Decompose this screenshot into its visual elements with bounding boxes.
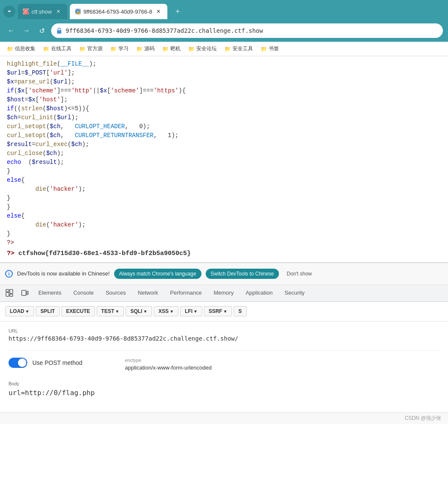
xss-dropdown-icon: ▼ xyxy=(169,309,174,314)
bookmark-item-1[interactable]: 📁 信息收集 xyxy=(3,44,39,54)
address-input-container[interactable]: 9ff68364-6793-40d9-9766-8d85377ad22c.cha… xyxy=(51,23,443,38)
body-label: Body xyxy=(9,381,439,386)
post-method-toggle[interactable] xyxy=(9,358,27,368)
tab-sources[interactable]: Sources xyxy=(100,285,132,301)
svg-rect-4 xyxy=(6,293,9,296)
forward-button[interactable]: → xyxy=(20,25,32,37)
ssrf-button[interactable]: SSRF ▼ xyxy=(204,306,232,316)
body-value: url=http://0/flag.php xyxy=(9,389,439,397)
code-line-18: else{ xyxy=(7,212,441,221)
devtools-tab-bar: Elements Console Sources Network Perform… xyxy=(0,285,448,302)
code-line-16: } xyxy=(7,194,441,203)
tab-favicon-2: 🔒 xyxy=(75,9,81,14)
enctype-value: application/x-www-form-urlencoded xyxy=(125,364,212,371)
bookmarks-bar: 📁 信息收集 📁 在线工具 📁 官方源 📁 学习 📁 源码 📁 靶机 📁 安全论… xyxy=(0,42,448,56)
tools-toolbar: LOAD ▼ SPLIT EXECUTE TEST ▼ SQLI ▼ XSS ▼… xyxy=(0,302,448,321)
tab-console[interactable]: Console xyxy=(67,285,100,301)
post-method-label: Use POST method xyxy=(32,359,82,366)
dont-show-button[interactable]: Don't show xyxy=(283,269,315,279)
tab-challenge[interactable]: 🔒 9ff68364-6793-40d9-9766-8 ✕ xyxy=(70,4,168,19)
notification-text: DevTools is now available in Chinese! xyxy=(17,270,110,277)
xss-button[interactable]: XSS ▼ xyxy=(154,306,178,316)
page-footer: CSDN @强少张 xyxy=(0,412,448,424)
bookmark-folder-icon-2: 📁 xyxy=(43,46,49,52)
bookmark-label-3: 官方源 xyxy=(87,45,103,52)
code-line-7: $ch=curl_init($url); xyxy=(7,113,441,122)
enctype-label: enctype xyxy=(125,358,212,363)
bookmark-label-1: 信息收集 xyxy=(15,45,35,52)
tab-memory[interactable]: Memory xyxy=(208,285,240,301)
code-line-12: echo ($result); xyxy=(7,158,441,167)
security-icon xyxy=(55,27,63,34)
tab-favicon-1: 🎯 xyxy=(23,9,29,14)
test-button[interactable]: TEST ▼ xyxy=(97,306,124,316)
browser-menu-button[interactable] xyxy=(3,6,15,17)
bookmark-item-5[interactable]: 📁 源码 xyxy=(133,44,158,54)
bookmark-label-9: 书签 xyxy=(269,45,279,52)
code-line-19: die('hacker'); xyxy=(7,221,441,229)
code-line-8: curl_setopt($ch, CURLOPT_HEADER, 0); xyxy=(7,122,441,131)
bookmark-label-7: 安全论坛 xyxy=(196,45,217,52)
tab-security[interactable]: Security xyxy=(279,285,310,301)
tab-application[interactable]: Application xyxy=(240,285,279,301)
tab-elements[interactable]: Elements xyxy=(32,285,67,301)
bookmark-folder-icon-1: 📁 xyxy=(7,46,13,52)
sqli-button[interactable]: SQLI ▼ xyxy=(126,306,152,316)
tab-performance[interactable]: Performance xyxy=(164,285,207,301)
tab-close-2[interactable]: ✕ xyxy=(155,8,162,15)
tab-close-1[interactable]: ✕ xyxy=(55,8,62,15)
bookmark-label-4: 学习 xyxy=(118,45,129,52)
refresh-button[interactable]: ↺ xyxy=(36,25,48,37)
sqli-dropdown-icon: ▼ xyxy=(143,309,147,314)
code-line-4: if($x['scheme']==='http'||$x['scheme']==… xyxy=(7,86,441,95)
bookmark-folder-icon-9: 📁 xyxy=(261,46,267,52)
load-button[interactable]: LOAD ▼ xyxy=(5,306,34,316)
code-line-10: $result=curl_exec($ch); xyxy=(7,140,441,149)
bookmark-item-7[interactable]: 📁 安全论坛 xyxy=(185,44,220,54)
switch-to-chinese-button[interactable]: Switch DevTools to Chinese xyxy=(206,269,279,279)
toggle-knob xyxy=(18,358,26,367)
code-line-3: $x=parse_url($url); xyxy=(7,77,441,86)
bookmark-item-8[interactable]: 📁 安全工具 xyxy=(221,44,256,54)
code-line-php-close: ?> xyxy=(7,238,441,247)
post-method-toggle-row: Use POST method xyxy=(9,358,82,368)
bookmark-item-4[interactable]: 📁 学习 xyxy=(107,44,132,54)
bookmark-item-6[interactable]: 📁 靶机 xyxy=(159,44,184,54)
test-dropdown-icon: ▼ xyxy=(115,309,119,314)
s-button[interactable]: S xyxy=(234,306,247,316)
always-match-language-button[interactable]: Always match Chrome's language xyxy=(114,269,201,279)
code-line-1: highlight_file(__FILE__); xyxy=(7,60,441,69)
tab-bar: 🎯 ctf.show ✕ 🔒 9ff68364-6793-40d9-9766-8… xyxy=(0,0,448,20)
bookmark-folder-icon-6: 📁 xyxy=(162,46,169,52)
devtools-device-icon[interactable] xyxy=(17,285,32,301)
tab-ctfshow[interactable]: 🎯 ctf.show ✕ xyxy=(18,4,67,19)
bookmark-label-5: 源码 xyxy=(144,45,155,52)
code-line-11: curl_close($ch); xyxy=(7,149,441,158)
execute-button[interactable]: EXECUTE xyxy=(61,306,95,316)
bookmark-item-2[interactable]: 📁 在线工具 xyxy=(40,44,75,54)
lfi-button[interactable]: LFI ▼ xyxy=(180,306,202,316)
code-line-2: $url=$_POST['url']; xyxy=(7,69,441,77)
new-tab-button[interactable]: + xyxy=(172,6,184,17)
svg-rect-8 xyxy=(27,291,28,295)
bookmark-folder-icon-3: 📁 xyxy=(79,46,86,52)
tab-network[interactable]: Network xyxy=(132,285,164,301)
bookmark-item-3[interactable]: 📁 官方源 xyxy=(76,44,106,54)
code-line-14: else{ xyxy=(7,176,441,185)
devtools-inspect-icon[interactable] xyxy=(2,285,17,301)
code-line-20: } xyxy=(7,229,441,238)
address-bar: ← → ↺ 9ff68364-6793-40d9-9766-8d85377ad2… xyxy=(0,20,448,42)
back-button[interactable]: ← xyxy=(5,25,17,37)
bookmark-folder-icon-7: 📁 xyxy=(188,46,195,52)
split-button[interactable]: SPLIT xyxy=(36,306,60,316)
notification-bar: i DevTools is now available in Chinese! … xyxy=(0,263,448,285)
bookmark-folder-icon-4: 📁 xyxy=(110,46,117,52)
code-line-5: $host=$x['host']; xyxy=(7,95,441,104)
address-text: 9ff68364-6793-40d9-9766-8d85377ad22c.cha… xyxy=(66,27,263,34)
svg-rect-6 xyxy=(10,294,13,296)
svg-rect-2 xyxy=(57,30,61,34)
bookmark-item-9[interactable]: 📁 书签 xyxy=(257,44,282,54)
bookmark-label-8: 安全工具 xyxy=(233,45,253,52)
svg-text:🔒: 🔒 xyxy=(75,9,80,14)
bookmark-folder-icon-5: 📁 xyxy=(136,46,143,52)
